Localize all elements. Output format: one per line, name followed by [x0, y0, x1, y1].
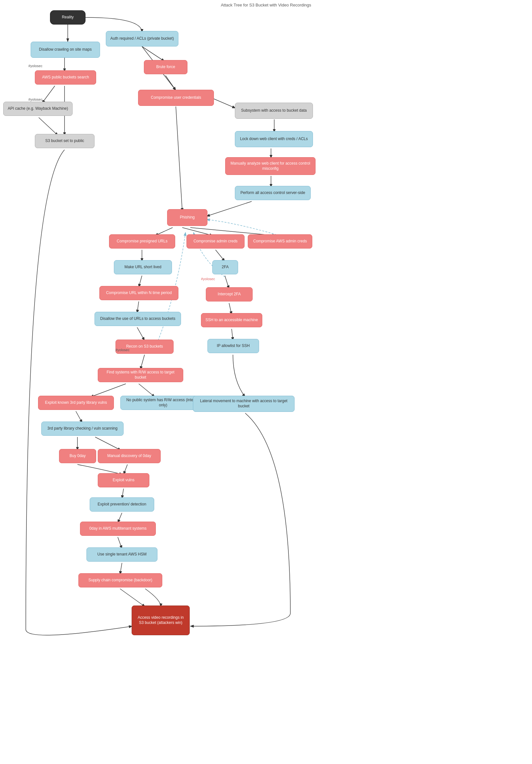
yolosec-label-4: #yolosec: [201, 277, 215, 281]
manual-discovery-node: Manual discovery of 0day: [98, 449, 161, 463]
aws-public-search-node: AWS public buckets search: [35, 70, 96, 85]
yolosec-label-2: #yolosec: [28, 97, 42, 101]
compromise-url-n-node: Compromise URL within N time period: [99, 286, 179, 300]
api-cache-node: API cache (e.g. Wayback Machine): [3, 102, 72, 116]
phishing-node: Phishing: [167, 209, 207, 226]
disallow-urls-node: Disallow the use of URLs to access bucke…: [94, 312, 181, 326]
lock-down-web-node: Lock down web client with creds / ACLs: [235, 131, 313, 147]
compromise-presigned-node: Compromise presigned URLs: [109, 234, 175, 249]
0day-aws-node: 0day in AWS multitenant systems: [80, 522, 156, 536]
make-url-short-node: Make URL short lived: [114, 260, 172, 275]
yolosec-label-1: #yolosec: [28, 64, 42, 68]
compromise-aws-admin-node: Compromise AWS admin creds: [248, 234, 312, 249]
supply-chain-node: Supply chain compromise (backdoor): [78, 573, 162, 587]
2fa-node: 2FA: [212, 260, 238, 275]
intercept-2fa-node: Intercept 2FA: [206, 287, 253, 301]
brute-force-node: Brute force: [144, 60, 188, 74]
ip-allowlist-node: IP allowlist for SSH: [207, 339, 259, 353]
subsystem-access-node: Subsystem with access to bucket data: [235, 102, 313, 119]
diagram-title: Attack Tree for S3 Bucket with Video Rec…: [221, 3, 311, 7]
s3-public-node: S3 bucket set to public: [35, 134, 94, 148]
exploit-vulns-node: Exploit vulns: [98, 473, 149, 487]
lateral-movement-node: Lateral movement to machine with access …: [193, 396, 295, 412]
find-systems-node: Find systems with R/W access to target b…: [98, 368, 183, 382]
3rd-party-check-node: 3rd party library checking / vuln scanni…: [41, 422, 124, 436]
single-tenant-node: Use single tenant AWS HSM: [86, 547, 157, 562]
reality-node: Reality: [50, 10, 85, 25]
ssh-machine-node: SSH to an accessible machine: [201, 313, 262, 327]
diagram-container: Attack Tree for S3 Bucket with Video Rec…: [0, 0, 532, 764]
exploit-3rd-node: Exploit known 3rd party library vulns: [38, 396, 114, 410]
exploit-prevention-node: Exploit prevention/ detection: [90, 497, 154, 511]
manually-analyze-node: Manually analyze web client for access c…: [225, 157, 316, 175]
compromise-creds-node: Compromise user credentials: [138, 90, 214, 106]
access-video-node: Access video recordings in S3 bucket (at…: [132, 606, 190, 635]
perform-access-node: Perform all access control server-side: [235, 186, 311, 200]
disallow-crawling-node: Disallow crawling on site maps: [31, 42, 100, 58]
auth-required-node: Auth required / ACLs (private bucket): [106, 31, 179, 47]
yolosec-label-3: #yolosec: [115, 348, 129, 352]
buy-0day-node: Buy 0day: [59, 449, 96, 463]
compromise-admin-node: Compromise admin creds: [187, 234, 244, 249]
